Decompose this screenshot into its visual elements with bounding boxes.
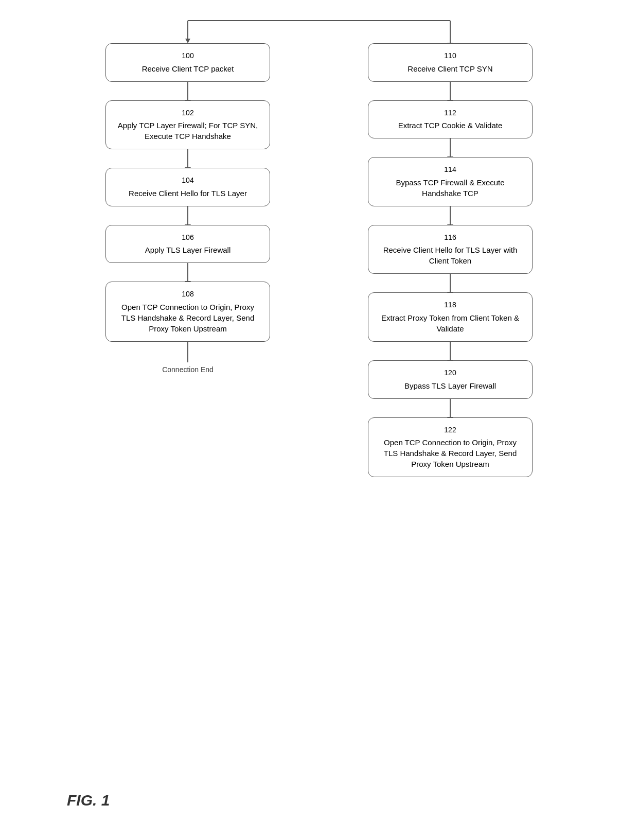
box-122: 122 Open TCP Connection to Origin, Proxy… <box>368 417 533 478</box>
arrow-118-120 <box>450 342 451 360</box>
arrow-100-102 <box>187 82 188 100</box>
arrow-102-104 <box>187 149 188 168</box>
arrow-112-114 <box>450 138 451 157</box>
step-text-100: Receive Client TCP packet <box>142 64 234 73</box>
step-text-106: Apply TLS Layer Firewall <box>145 246 231 254</box>
step-number-120: 120 <box>378 368 523 378</box>
step-number-106: 106 <box>115 233 260 243</box>
arrow-114-116 <box>450 206 451 225</box>
connection-end-area: Connection End <box>105 342 270 374</box>
box-116: 116 Receive Client Hello for TLS Layer w… <box>368 225 533 274</box>
box-112: 112 Extract TCP Cookie & Validate <box>368 100 533 139</box>
arrow-110-112 <box>450 82 451 100</box>
connection-end-label: Connection End <box>162 365 214 374</box>
step-text-114: Bypass TCP Firewall & Execute Handshake … <box>396 178 504 198</box>
left-flow-column: 100 Receive Client TCP packet 102 Apply … <box>77 21 298 374</box>
step-number-116: 116 <box>378 233 523 243</box>
step-text-122: Open TCP Connection to Origin, Proxy TLS… <box>384 438 517 468</box>
box-100: 100 Receive Client TCP packet <box>105 43 270 82</box>
step-number-112: 112 <box>378 108 523 118</box>
right-flow-column: 110 Receive Client TCP SYN 112 Extract T… <box>340 21 561 477</box>
box-106: 106 Apply TLS Layer Firewall <box>105 225 270 264</box>
step-text-116: Receive Client Hello for TLS Layer with … <box>383 246 518 265</box>
step-number-122: 122 <box>378 425 523 435</box>
step-number-118: 118 <box>378 300 523 310</box>
arrow-120-122 <box>450 399 451 417</box>
arrow-106-108 <box>187 263 188 282</box>
box-114: 114 Bypass TCP Firewall & Execute Handsh… <box>368 157 533 206</box>
step-text-108: Open TCP Connection to Origin, Proxy TLS… <box>121 303 255 333</box>
box-108: 108 Open TCP Connection to Origin, Proxy… <box>105 282 270 342</box>
step-number-104: 104 <box>115 176 260 186</box>
step-text-120: Bypass TLS Layer Firewall <box>404 381 496 390</box>
step-text-110: Receive Client TCP SYN <box>407 64 492 73</box>
box-118: 118 Extract Proxy Token from Client Toke… <box>368 292 533 342</box>
box-110: 110 Receive Client TCP SYN <box>368 43 533 82</box>
step-number-108: 108 <box>115 289 260 300</box>
arrow-116-118 <box>450 274 451 292</box>
step-text-112: Extract TCP Cookie & Validate <box>398 121 503 130</box>
arrow-104-106 <box>187 206 188 225</box>
step-text-104: Receive Client Hello for TLS Layer <box>129 189 247 198</box>
step-number-100: 100 <box>115 51 260 61</box>
box-120: 120 Bypass TLS Layer Firewall <box>368 360 533 399</box>
box-104: 104 Receive Client Hello for TLS Layer <box>105 168 270 206</box>
connection-end-line <box>187 342 188 362</box>
step-text-118: Extract Proxy Token from Client Token & … <box>381 313 519 333</box>
figure-label: FIG. 1 <box>67 792 110 809</box>
step-number-114: 114 <box>378 165 523 175</box>
step-number-110: 110 <box>378 51 523 61</box>
box-102: 102 Apply TCP Layer Firewall; For TCP SY… <box>105 100 270 150</box>
top-entry-arrow <box>450 21 451 43</box>
step-text-102: Apply TCP Layer Firewall; For TCP SYN, E… <box>118 121 258 141</box>
step-number-102: 102 <box>115 108 260 118</box>
